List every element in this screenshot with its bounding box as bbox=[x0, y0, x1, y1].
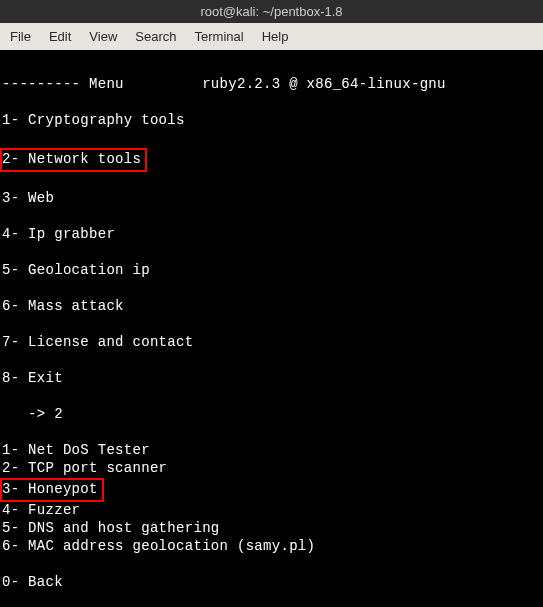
terminal-line bbox=[2, 352, 541, 370]
main-menu-item-7: 7- License and contact bbox=[2, 334, 541, 352]
menu-edit[interactable]: Edit bbox=[49, 29, 71, 44]
sub-menu-item-4: 4- Fuzzer bbox=[2, 502, 541, 520]
menu-header: --------- Menu ruby2.2.3 @ x86_64-linux-… bbox=[2, 76, 541, 94]
main-menu-item-2-highlighted: 2- Network tools bbox=[0, 148, 147, 172]
terminal-line bbox=[2, 94, 541, 112]
sub-menu-item-2: 2- TCP port scanner bbox=[2, 460, 541, 478]
menu-view[interactable]: View bbox=[89, 29, 117, 44]
terminal-line: 3- Honeypot bbox=[2, 478, 541, 502]
main-menu-item-4: 4- Ip grabber bbox=[2, 226, 541, 244]
main-menu-item-5: 5- Geolocation ip bbox=[2, 262, 541, 280]
terminal-line bbox=[2, 130, 541, 148]
terminal-line bbox=[2, 388, 541, 406]
terminal-line: 2- Network tools bbox=[2, 148, 541, 172]
menu-terminal[interactable]: Terminal bbox=[195, 29, 244, 44]
sub-menu-item-1: 1- Net DoS Tester bbox=[2, 442, 541, 460]
main-menu-item-8: 8- Exit bbox=[2, 370, 541, 388]
terminal-line bbox=[2, 316, 541, 334]
sub-menu-item-6: 6- MAC address geolocation (samy.pl) bbox=[2, 538, 541, 556]
main-menu-item-3: 3- Web bbox=[2, 190, 541, 208]
terminal-line bbox=[2, 556, 541, 574]
terminal-line bbox=[2, 172, 541, 190]
terminal-line bbox=[2, 592, 541, 607]
terminal-area[interactable]: --------- Menu ruby2.2.3 @ x86_64-linux-… bbox=[0, 50, 543, 607]
menu-search[interactable]: Search bbox=[135, 29, 176, 44]
terminal-line bbox=[2, 280, 541, 298]
terminal-line bbox=[2, 58, 541, 76]
sub-menu-item-0: 0- Back bbox=[2, 574, 541, 592]
terminal-line bbox=[2, 244, 541, 262]
menu-help[interactable]: Help bbox=[262, 29, 289, 44]
window-title-bar: root@kali: ~/pentbox-1.8 bbox=[0, 0, 543, 23]
main-menu-item-6: 6- Mass attack bbox=[2, 298, 541, 316]
sub-menu-item-5: 5- DNS and host gathering bbox=[2, 520, 541, 538]
terminal-line bbox=[2, 424, 541, 442]
menu-bar: File Edit View Search Terminal Help bbox=[0, 23, 543, 50]
main-menu-item-1: 1- Cryptography tools bbox=[2, 112, 541, 130]
prompt-input-1: -> 2 bbox=[2, 406, 541, 424]
sub-menu-item-3-highlighted: 3- Honeypot bbox=[0, 478, 104, 502]
terminal-line bbox=[2, 208, 541, 226]
window-title: root@kali: ~/pentbox-1.8 bbox=[200, 4, 342, 19]
menu-file[interactable]: File bbox=[10, 29, 31, 44]
